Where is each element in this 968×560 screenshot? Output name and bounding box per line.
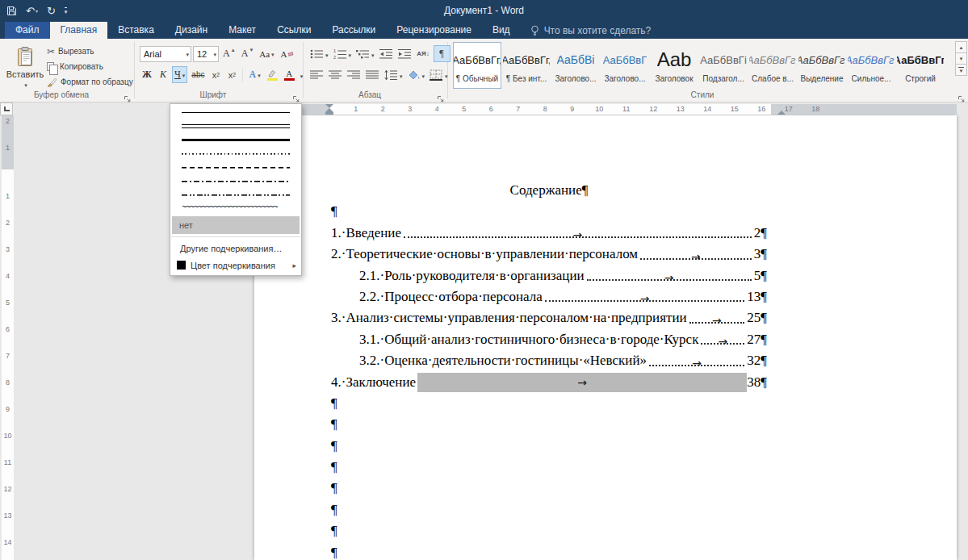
ruler-numbers: 123456789101112131415161718 bbox=[342, 104, 829, 115]
shading-button[interactable] bbox=[406, 66, 427, 83]
change-case-button[interactable]: Аа bbox=[257, 45, 276, 62]
redo-button[interactable]: ↻ bbox=[47, 6, 56, 16]
highlight-color-button[interactable] bbox=[265, 66, 280, 83]
tab-home[interactable]: Главная bbox=[50, 22, 108, 39]
font-size-combobox[interactable]: 12 bbox=[193, 46, 219, 62]
tell-me-box[interactable]: Что вы хотите сделать? bbox=[521, 22, 661, 39]
tab-view[interactable]: Вид bbox=[482, 22, 521, 39]
style-item[interactable]: АаБбВвГг, ¶ Обычный bbox=[453, 42, 501, 89]
gallery-more-button[interactable]: ▼ bbox=[955, 64, 967, 76]
toc-row[interactable]: 2.1.·Роль·руководителя·в·организации → 5… bbox=[331, 265, 767, 286]
customize-qat-button[interactable]: ▾ bbox=[65, 7, 68, 15]
toc-row[interactable]: 1.·Введение → 2¶ bbox=[331, 223, 767, 244]
document-heading[interactable]: Содержание¶ bbox=[331, 180, 767, 201]
left-indent-marker[interactable] bbox=[325, 112, 333, 115]
horizontal-ruler[interactable]: 1 123456789101112131415161718 bbox=[254, 104, 957, 115]
format-painter-button[interactable]: Формат по образцу bbox=[47, 75, 133, 89]
shrink-font-button[interactable]: А▼ bbox=[239, 45, 256, 62]
justify-icon bbox=[366, 69, 379, 81]
style-item[interactable]: АаБбВвГ Заголово... bbox=[601, 42, 649, 89]
underline-style-option[interactable] bbox=[170, 133, 301, 147]
cut-button[interactable]: ✂ Вырезать bbox=[47, 44, 94, 58]
tab-references[interactable]: Ссылки bbox=[266, 22, 321, 39]
numbering-button[interactable]: 12 bbox=[332, 45, 354, 62]
empty-paragraph[interactable]: ¶ bbox=[331, 393, 767, 414]
save-button[interactable] bbox=[6, 6, 17, 16]
grow-font-button[interactable]: А▲ bbox=[220, 45, 237, 62]
align-left-button[interactable] bbox=[308, 66, 325, 83]
text-effects-button[interactable]: А bbox=[246, 66, 262, 83]
paragraph-dialog-launcher[interactable] bbox=[437, 91, 445, 99]
tab-stop-selector[interactable] bbox=[0, 102, 13, 115]
align-right-button[interactable] bbox=[346, 66, 362, 83]
borders-button[interactable] bbox=[428, 66, 450, 83]
style-item[interactable]: АаБбВі Заголово... bbox=[551, 42, 600, 89]
ruler-number: 18 bbox=[802, 104, 830, 115]
empty-paragraph[interactable]: ¶ bbox=[331, 414, 767, 435]
toc-row[interactable]: 3.2.·Оценка·деятельности·гостиницы·«Невс… bbox=[331, 350, 767, 371]
style-item[interactable]: АаБбВвГг, Строгий bbox=[896, 42, 945, 89]
underline-color-menu-item[interactable]: Цвет подчеркивания ▸ bbox=[170, 257, 301, 274]
line-spacing-button[interactable] bbox=[383, 66, 404, 83]
gallery-scroll-up-button[interactable]: ▲ bbox=[955, 41, 967, 53]
style-item[interactable]: АаБбВвГг, Сильное... bbox=[847, 42, 895, 89]
copy-button[interactable]: Копировать bbox=[47, 60, 103, 73]
vertical-ruler[interactable]: 21 1234567891011121314 bbox=[2, 115, 14, 560]
increase-indent-button[interactable] bbox=[396, 45, 413, 62]
right-indent-marker[interactable] bbox=[777, 111, 786, 115]
undo-button[interactable]: ↶ bbox=[26, 6, 38, 16]
gallery-scroll-down-button[interactable]: ▼ bbox=[955, 52, 967, 65]
empty-paragraph[interactable]: ¶ bbox=[331, 436, 767, 457]
tab-layout[interactable]: Макет bbox=[218, 22, 266, 39]
toc-row[interactable]: 2.2.·Процесс·отбора·персонала → 13¶ bbox=[331, 286, 767, 307]
underline-style-option[interactable] bbox=[170, 147, 301, 161]
underline-style-option[interactable] bbox=[170, 174, 301, 188]
superscript-button[interactable]: х2 bbox=[224, 66, 239, 83]
toc-row[interactable]: 3.·Анализ·системы·управления·персоналом·… bbox=[331, 307, 767, 328]
subscript-button[interactable]: х2 bbox=[208, 66, 223, 83]
multilevel-list-button[interactable] bbox=[354, 45, 376, 62]
tab-review[interactable]: Рецензирование bbox=[386, 22, 482, 39]
underline-style-option[interactable] bbox=[170, 188, 301, 202]
style-item[interactable]: АаБбВвГг, Выделение bbox=[798, 42, 846, 89]
toc-row[interactable]: 3.1.·Общий·анализ·гостиничного·бизнеса·в… bbox=[331, 329, 767, 350]
style-item[interactable]: АаБбВвГг, Слабое в... bbox=[748, 42, 797, 89]
font-dialog-launcher[interactable] bbox=[292, 91, 300, 99]
clear-formatting-button[interactable]: А bbox=[279, 45, 295, 62]
style-item[interactable]: АаБбВвГг, ¶ Без инт... bbox=[502, 42, 551, 89]
bullets-button[interactable] bbox=[308, 45, 330, 62]
empty-paragraph[interactable]: ¶ bbox=[331, 499, 767, 520]
tab-mailings[interactable]: Рассылки bbox=[321, 22, 386, 39]
tab-design[interactable]: Дизайн bbox=[165, 22, 218, 39]
document-page[interactable]: Содержание¶ ¶ 1.·Введение → 2¶ 2.·Теорет… bbox=[254, 115, 957, 560]
justify-button[interactable] bbox=[364, 66, 381, 83]
toc-row-selected[interactable]: 4.·Заключение → 38¶ bbox=[331, 372, 767, 393]
clipboard-dialog-launcher[interactable] bbox=[124, 91, 132, 99]
styles-dialog-launcher[interactable] bbox=[958, 91, 966, 99]
underline-none-option[interactable]: нет bbox=[172, 216, 300, 234]
font-family-combobox[interactable]: Arial bbox=[140, 46, 191, 62]
italic-button[interactable]: К bbox=[156, 66, 170, 83]
underline-style-option[interactable] bbox=[170, 161, 301, 174]
style-item[interactable]: АаБбВвГі Подзагол... bbox=[699, 42, 748, 89]
empty-paragraph[interactable]: ¶ bbox=[331, 542, 767, 560]
align-center-button[interactable] bbox=[327, 66, 344, 83]
tab-insert[interactable]: Вставка bbox=[107, 22, 165, 39]
underline-button[interactable]: Ч bbox=[172, 66, 187, 83]
underline-style-option[interactable] bbox=[170, 106, 301, 119]
sort-button[interactable]: АЯ↓ bbox=[415, 45, 432, 62]
strikethrough-button[interactable]: abc bbox=[189, 66, 207, 83]
style-item[interactable]: Аab Заголовок bbox=[650, 42, 698, 89]
empty-paragraph[interactable]: ¶ bbox=[331, 478, 767, 499]
font-color-button[interactable]: А bbox=[282, 66, 297, 83]
underline-style-option[interactable] bbox=[170, 202, 301, 215]
tab-file[interactable]: Файл bbox=[5, 22, 50, 39]
underline-style-option[interactable] bbox=[170, 119, 301, 133]
empty-paragraph[interactable]: ¶ bbox=[331, 457, 767, 478]
decrease-indent-button[interactable] bbox=[378, 45, 395, 62]
bold-button[interactable]: Ж bbox=[140, 66, 154, 83]
toc-row[interactable]: 2.·Теоретические·основы·в·управлении·пер… bbox=[331, 244, 767, 265]
more-underlines-menu-item[interactable]: Другие подчеркивания… bbox=[170, 240, 301, 257]
empty-paragraph[interactable]: ¶ bbox=[331, 201, 767, 222]
empty-paragraph[interactable]: ¶ bbox=[331, 520, 767, 541]
